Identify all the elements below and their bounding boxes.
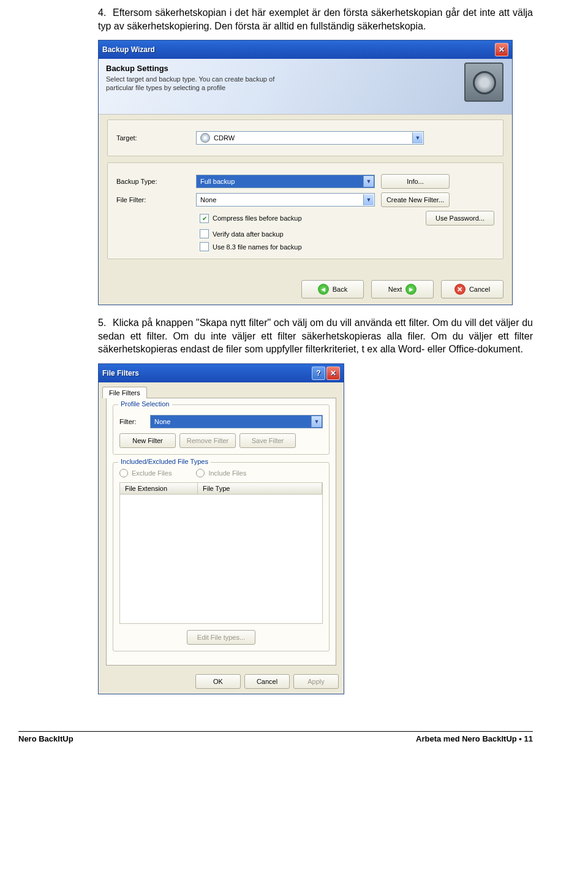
backup-wizard-window: Backup Wizard ✕ Backup Settings Select t… bbox=[98, 40, 513, 305]
target-panel: Target: CDRW ▼ bbox=[107, 120, 503, 156]
para-4-num: 4. bbox=[98, 6, 113, 20]
target-label: Target: bbox=[116, 134, 196, 142]
wizard-titlebar[interactable]: Backup Wizard ✕ bbox=[99, 40, 512, 59]
save-filter-button: Save Filter bbox=[239, 433, 296, 448]
compress-checkbox[interactable]: ✔ bbox=[200, 214, 209, 223]
verify-label: Verify data after backup bbox=[213, 230, 284, 238]
backup-type-label: Backup Type: bbox=[116, 178, 196, 185]
file-filter-value: None bbox=[200, 196, 216, 203]
filter-label: Filter: bbox=[119, 418, 150, 425]
include-exclude-group: Included/Excluded File Types Exclude Fil… bbox=[113, 462, 330, 651]
use83-label: Use 8.3 file names for backup bbox=[213, 243, 302, 251]
apply-button: Apply bbox=[293, 674, 339, 689]
back-button[interactable]: ◄ Back bbox=[301, 280, 364, 298]
cancel-icon: ✕ bbox=[454, 284, 466, 295]
safe-icon bbox=[464, 63, 503, 102]
create-filter-button[interactable]: Create New Filter... bbox=[381, 192, 450, 207]
chevron-down-icon[interactable]: ▼ bbox=[363, 176, 374, 187]
close-icon[interactable]: ✕ bbox=[326, 366, 340, 380]
compress-label: Compress files before backup bbox=[213, 214, 302, 222]
backup-options-panel: Backup Type: Full backup ▼ Info... File … bbox=[107, 162, 503, 259]
profile-selection-group: Profile Selection Filter: None ▼ New Fil… bbox=[113, 404, 330, 455]
file-filters-dialog: File Filters ? ✕ File Filters Profile Se… bbox=[98, 363, 344, 694]
footer-left: Nero BackItUp bbox=[18, 734, 74, 743]
file-filter-label: File Filter: bbox=[116, 196, 196, 203]
disc-icon bbox=[200, 133, 210, 143]
exclude-radio: Exclude Files bbox=[119, 469, 172, 477]
use83-checkbox[interactable] bbox=[200, 242, 209, 251]
banner-title: Backup Settings bbox=[106, 64, 505, 73]
arrow-right-icon: ► bbox=[405, 284, 417, 295]
backup-type-combo[interactable]: Full backup ▼ bbox=[196, 175, 375, 188]
filters-title: File Filters bbox=[102, 369, 139, 378]
filetype-list[interactable] bbox=[119, 494, 323, 624]
para-4: 4.Eftersom säkerhetskopian i det här exe… bbox=[98, 6, 533, 32]
tab-file-filters[interactable]: File Filters bbox=[102, 387, 147, 398]
password-button[interactable]: Use Password... bbox=[426, 211, 494, 226]
help-icon[interactable]: ? bbox=[312, 366, 325, 380]
wizard-title: Backup Wizard bbox=[102, 45, 155, 54]
file-filter-combo[interactable]: None ▼ bbox=[196, 193, 375, 207]
target-value: CDRW bbox=[214, 134, 235, 142]
cancel-button[interactable]: ✕ Cancel bbox=[441, 280, 503, 298]
para-4-text: Eftersom säkerhetskopian i det här exemp… bbox=[98, 7, 533, 31]
filter-value: None bbox=[154, 418, 170, 425]
chevron-down-icon[interactable]: ▼ bbox=[412, 132, 423, 143]
chevron-down-icon[interactable]: ▼ bbox=[311, 416, 322, 427]
footer-right: Arbeta med Nero BackItUp • 11 bbox=[416, 734, 533, 743]
col-file-type[interactable]: File Type bbox=[198, 483, 322, 494]
cancel-button[interactable]: Cancel bbox=[244, 674, 290, 689]
para-5: 5.Klicka på knappen "Skapa nytt filter" … bbox=[98, 316, 533, 356]
backup-type-value: Full backup bbox=[200, 178, 235, 185]
verify-checkbox[interactable] bbox=[200, 229, 209, 238]
col-file-extension[interactable]: File Extension bbox=[120, 483, 198, 494]
page-footer: Nero BackItUp Arbeta med Nero BackItUp •… bbox=[18, 731, 533, 743]
filetype-list-header: File Extension File Type bbox=[119, 482, 323, 494]
para-5-text: Klicka på knappen "Skapa nytt filter" oc… bbox=[98, 317, 533, 354]
ok-button[interactable]: OK bbox=[195, 674, 241, 689]
chevron-down-icon[interactable]: ▼ bbox=[363, 194, 374, 205]
arrow-left-icon: ◄ bbox=[318, 284, 329, 295]
filters-titlebar[interactable]: File Filters ? ✕ bbox=[99, 364, 344, 382]
close-icon[interactable]: ✕ bbox=[495, 43, 508, 56]
target-combo[interactable]: CDRW ▼ bbox=[196, 131, 424, 145]
para-5-num: 5. bbox=[98, 316, 113, 330]
next-button[interactable]: Next ► bbox=[371, 280, 434, 298]
radio-icon bbox=[196, 469, 205, 477]
radio-icon bbox=[119, 469, 128, 477]
filter-combo[interactable]: None ▼ bbox=[150, 415, 323, 428]
new-filter-button[interactable]: New Filter bbox=[119, 433, 176, 448]
remove-filter-button: Remove Filter bbox=[179, 433, 236, 448]
include-exclude-legend: Included/Excluded File Types bbox=[118, 458, 211, 465]
profile-selection-legend: Profile Selection bbox=[118, 400, 172, 408]
banner-subtitle: Select target and backup type. You can c… bbox=[106, 75, 277, 93]
info-button[interactable]: Info... bbox=[381, 174, 450, 189]
include-radio: Include Files bbox=[196, 469, 246, 477]
edit-filetypes-button: Edit File types... bbox=[187, 630, 255, 645]
wizard-banner: Backup Settings Select target and backup… bbox=[99, 59, 512, 115]
